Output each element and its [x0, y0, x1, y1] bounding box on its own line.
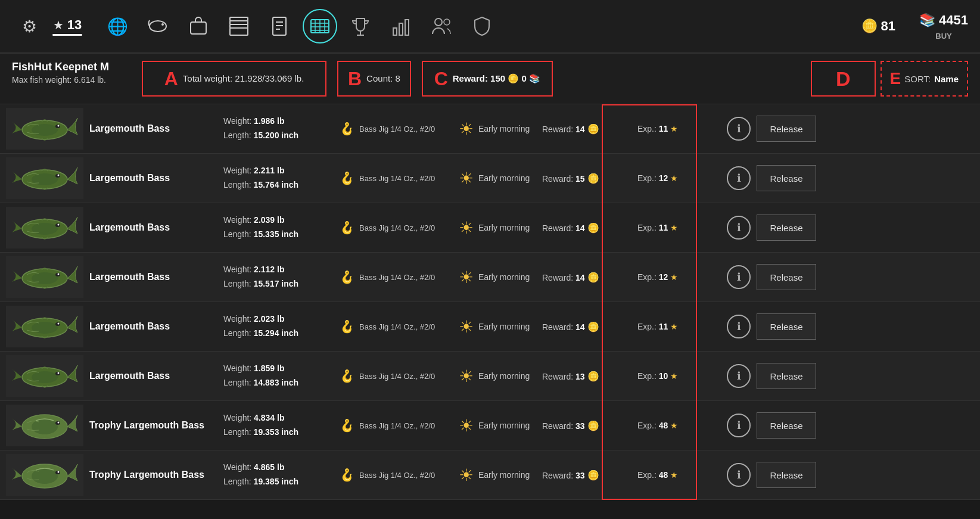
fish-name-column: Largemouth Bass: [83, 271, 220, 284]
fish-time: ☀ Early morning: [459, 268, 530, 287]
reward-column: Reward: 14 🪙: [530, 272, 631, 283]
fish-row: Largemouth Bass Weight: 2.112 lb Length:…: [0, 253, 980, 302]
svg-point-28: [58, 125, 60, 127]
fish-time: ☀ Early morning: [459, 169, 530, 188]
svg-point-48: [58, 372, 60, 374]
fish-time: ☀ Early morning: [459, 218, 530, 238]
svg-rect-22: [405, 20, 409, 35]
fish-stats: Weight: 2.023 lb Length: 15.294 inch: [220, 312, 340, 341]
info-button[interactable]: ℹ: [727, 117, 751, 141]
fish-name: Trophy Largemouth Bass: [89, 469, 220, 481]
fish-stats: Weight: 4.834 lb Length: 19.353 inch: [220, 411, 340, 440]
users-icon[interactable]: [424, 9, 459, 43]
info-button[interactable]: ℹ: [727, 265, 751, 289]
svg-point-56: [58, 471, 60, 473]
info-button[interactable]: ℹ: [727, 216, 751, 240]
settings-icon[interactable]: ⚙: [12, 9, 46, 43]
info-button[interactable]: ℹ: [727, 166, 751, 190]
reward-coin-icon: 🪙: [587, 371, 599, 381]
exp-column: Exp.: 11 ★: [631, 322, 727, 331]
svg-point-32: [58, 175, 60, 176]
lure-icon: 🪝: [340, 220, 354, 235]
buy-label: BUY: [935, 32, 951, 41]
bag-icon[interactable]: [181, 9, 216, 43]
svg-point-24: [444, 19, 450, 25]
release-button[interactable]: Release: [757, 165, 816, 191]
stack-display: 📚 4451 BUY: [919, 13, 968, 41]
info-button[interactable]: ℹ: [727, 463, 751, 487]
fish-stats: Weight: 2.211 lb Length: 15.764 inch: [220, 164, 340, 192]
svg-rect-20: [393, 28, 397, 35]
reward-label: Reward: 150 🪙 0 📚: [453, 73, 540, 85]
fish-lure: 🪝 Bass Jig 1/4 Oz., #2/0: [340, 468, 459, 482]
shop-icon[interactable]: [222, 9, 256, 43]
info-button[interactable]: ℹ: [727, 315, 751, 338]
label-c: C: [434, 68, 448, 90]
exp-star-icon: ★: [670, 173, 678, 183]
lure-icon: 🪝: [340, 122, 354, 136]
sort-value: Name: [934, 74, 959, 84]
release-button[interactable]: Release: [757, 215, 816, 241]
fish-name: Largemouth Bass: [89, 271, 220, 284]
fish-lure: 🪝 Bass Jig 1/4 Oz., #2/0: [340, 122, 459, 136]
info-button[interactable]: ℹ: [727, 364, 751, 388]
fish-lure: 🪝 Bass Jig 1/4 Oz., #2/0: [340, 171, 459, 185]
release-button[interactable]: Release: [757, 116, 816, 142]
count-label: Count: 8: [366, 73, 400, 85]
fish-icon[interactable]: [141, 9, 175, 43]
svg-point-52: [58, 422, 60, 424]
fish-thumbnail: [6, 108, 83, 150]
time-label: Early morning: [478, 470, 530, 480]
globe-icon[interactable]: 🌐: [100, 9, 135, 43]
reward-column: Reward: 14 🪙: [530, 123, 631, 135]
lure-icon: 🪝: [340, 270, 354, 284]
keepnet-header: FishHut Keepnet M Max fish weight: 6.614…: [0, 54, 980, 104]
release-button[interactable]: Release: [757, 313, 816, 340]
exp-column: Exp.: 48 ★: [631, 470, 727, 480]
lure-icon: 🪝: [340, 171, 354, 185]
svg-point-23: [435, 18, 442, 26]
fish-name: Largemouth Bass: [89, 222, 220, 234]
reward-coin-icon: 🪙: [587, 421, 599, 431]
fish-row: Largemouth Bass Weight: 2.039 lb Length:…: [0, 203, 980, 253]
release-button[interactable]: Release: [757, 264, 816, 290]
sun-icon: ☀: [459, 218, 474, 238]
exp-column: Exp.: 12 ★: [631, 272, 727, 282]
fish-lure: 🪝 Bass Jig 1/4 Oz., #2/0: [340, 270, 459, 284]
stats-icon[interactable]: [384, 9, 418, 43]
lure-name: Bass Jig 1/4 Oz., #2/0: [359, 322, 435, 331]
star-icon: ★: [53, 18, 64, 32]
fish-stats: Weight: 2.039 lb Length: 15.335 inch: [220, 213, 340, 242]
coins-display: 🪙 81: [861, 18, 895, 34]
svg-point-44: [58, 323, 60, 325]
sun-icon: ☀: [459, 169, 474, 188]
keepnet-max-weight: Max fish weight: 6.614 lb.: [12, 75, 131, 85]
lure-icon: 🪝: [340, 369, 354, 383]
time-label: Early morning: [478, 421, 530, 430]
fish-row: Largemouth Bass Weight: 1.859 lb Length:…: [0, 352, 980, 401]
exp-star-icon: ★: [670, 421, 678, 430]
reward-column: Reward: 15 🪙: [530, 173, 631, 184]
exp-star-icon: ★: [670, 223, 678, 232]
release-button[interactable]: Release: [757, 363, 816, 389]
fish-thumbnail: [6, 256, 83, 298]
fish-lure: 🪝 Bass Jig 1/4 Oz., #2/0: [340, 319, 459, 334]
fish-name: Largemouth Bass: [89, 321, 220, 333]
label-a: A: [164, 68, 178, 90]
keepnet-icon[interactable]: [303, 9, 337, 43]
info-button[interactable]: ℹ: [727, 414, 751, 437]
lure-name: Bass Jig 1/4 Oz., #2/0: [359, 174, 435, 183]
reward-coin-icon: 🪙: [587, 223, 599, 233]
fish-row: Trophy Largemouth Bass Weight: 4.865 lb …: [0, 450, 980, 500]
fish-thumbnail: [6, 207, 83, 248]
time-label: Early morning: [478, 371, 530, 381]
release-button[interactable]: Release: [757, 412, 816, 439]
reward-column: Reward: 14 🪙: [530, 222, 631, 234]
trophy-icon[interactable]: [343, 9, 378, 43]
release-button[interactable]: Release: [757, 462, 816, 488]
fish-row: Largemouth Bass Weight: 2.023 lb Length:…: [0, 302, 980, 352]
sort-box[interactable]: E SORT: Name: [881, 61, 968, 97]
reward-coin-icon: 🪙: [587, 322, 599, 332]
journal-icon[interactable]: [262, 9, 297, 43]
shield-icon[interactable]: [465, 9, 499, 43]
